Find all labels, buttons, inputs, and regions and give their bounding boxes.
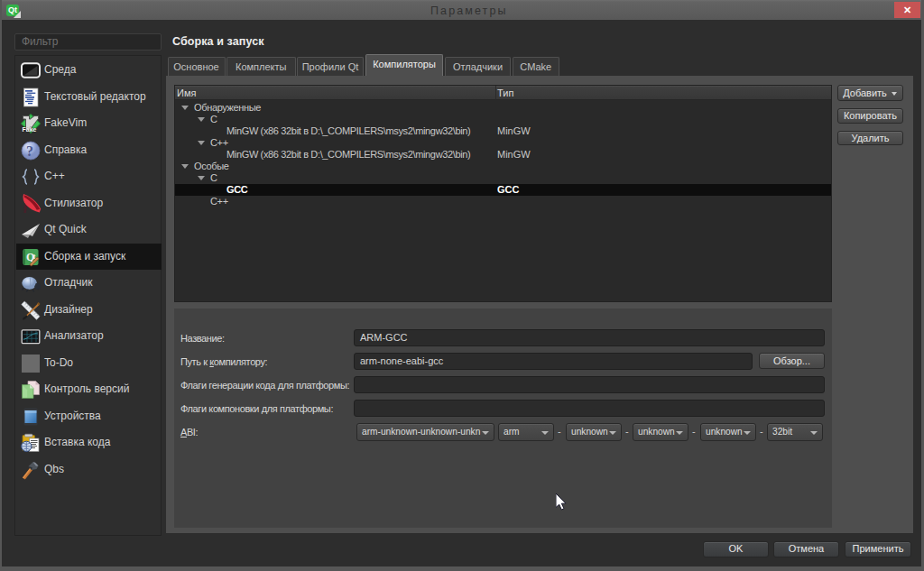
svg-text:?: ? — [26, 143, 33, 159]
svg-text:Fake: Fake — [23, 126, 37, 133]
